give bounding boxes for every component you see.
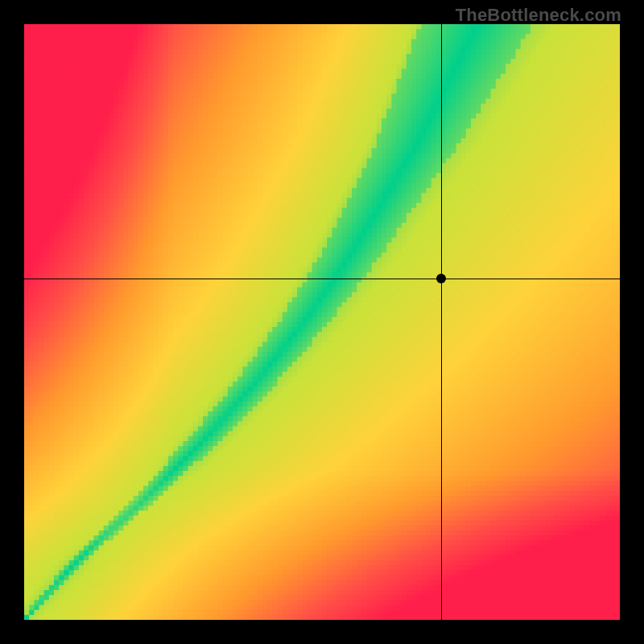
- bottleneck-heatmap: [0, 0, 644, 644]
- chart-container: TheBottleneck.com: [0, 0, 644, 644]
- watermark-text: TheBottleneck.com: [456, 5, 621, 26]
